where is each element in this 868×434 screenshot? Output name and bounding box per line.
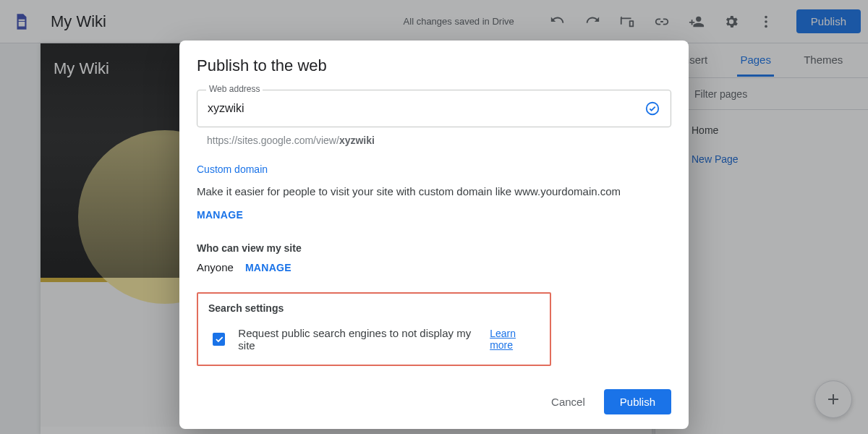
- custom-domain-desc: Make it easier for people to visit your …: [197, 185, 621, 197]
- cancel-button[interactable]: Cancel: [545, 389, 591, 414]
- custom-domain-manage[interactable]: MANAGE: [197, 209, 243, 221]
- address-valid-indicator: [644, 101, 660, 116]
- who-can-view-manage[interactable]: MANAGE: [245, 262, 292, 273]
- who-can-view-title: Who can view my site: [197, 242, 671, 254]
- who-can-view-value: Anyone: [197, 261, 234, 273]
- checkmark-icon: [214, 334, 224, 344]
- web-address-input[interactable]: [208, 102, 644, 115]
- check-circle-icon: [644, 101, 660, 116]
- web-address-label: Web address: [206, 84, 263, 94]
- dialog-title: Publish to the web: [197, 56, 671, 75]
- svg-point-5: [647, 103, 659, 115]
- search-learn-more-link[interactable]: Learn more: [490, 328, 540, 351]
- web-address-preview: https://sites.google.com/view/xyzwiki: [197, 135, 671, 146]
- web-address-field[interactable]: Web address: [197, 90, 671, 127]
- custom-domain-link[interactable]: Custom domain: [197, 163, 671, 175]
- search-settings-title: Search settings: [208, 302, 540, 314]
- noindex-checkbox[interactable]: [213, 333, 225, 346]
- dialog-actions: Cancel Publish: [197, 389, 671, 414]
- search-settings-section: Search settings Request public search en…: [197, 292, 551, 366]
- publish-button[interactable]: Publish: [604, 389, 671, 414]
- noindex-checkbox-label: Request public search engines to not dis…: [238, 327, 481, 352]
- publish-dialog: Publish to the web Web address https://s…: [179, 41, 689, 429]
